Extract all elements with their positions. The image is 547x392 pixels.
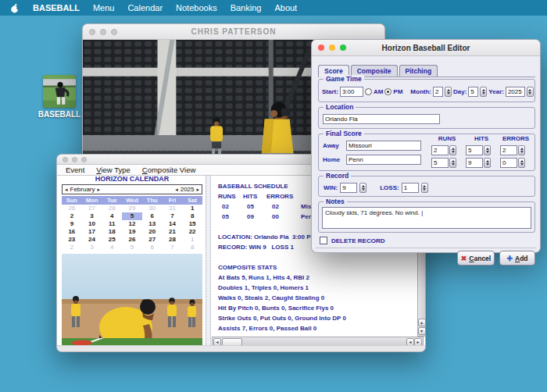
calendar-menu-event[interactable]: Event <box>66 166 84 174</box>
scroll-up-icon[interactable]: ▴ <box>418 319 426 326</box>
cancel-button[interactable]: ✖ Cancel <box>457 251 495 265</box>
scroll-down-icon[interactable]: ▾ <box>418 327 426 335</box>
home-runs-stepper[interactable] <box>449 158 456 168</box>
day-stepper[interactable] <box>480 87 487 97</box>
calendar-day[interactable]: 1 <box>182 205 202 212</box>
calendar-day[interactable]: 3 <box>82 244 102 251</box>
calendar-day[interactable]: 6 <box>142 212 163 220</box>
calendar-day[interactable]: 31 <box>163 205 183 212</box>
home-team-field[interactable]: Penn <box>346 155 421 165</box>
loss-stepper[interactable] <box>421 183 428 193</box>
panel-splitter[interactable] <box>206 176 211 347</box>
calendar-day[interactable]: 7 <box>163 244 183 251</box>
calendar-day[interactable]: 3 <box>82 212 102 220</box>
calendar-day[interactable]: 24 <box>82 236 102 244</box>
home-errors-field[interactable]: 0 <box>500 158 517 168</box>
home-runs-field[interactable]: 5 <box>431 158 449 168</box>
menubar-item-about[interactable]: About <box>274 3 297 12</box>
scroll-left-icon[interactable]: ◂ <box>406 338 414 346</box>
month-stepper[interactable] <box>445 87 452 97</box>
minimize-button[interactable] <box>100 29 106 35</box>
calendar-day[interactable]: 27 <box>142 236 163 244</box>
calendar-day[interactable]: 8 <box>182 212 202 220</box>
calendar-day[interactable]: 16 <box>62 228 82 236</box>
calendar-day[interactable]: 4 <box>102 244 122 251</box>
calendar-day[interactable]: 5 <box>122 244 142 251</box>
delete-record-checkbox[interactable] <box>320 237 327 244</box>
calendar-day[interactable]: 20 <box>142 228 163 236</box>
prev-month-button[interactable]: ◂ <box>65 187 68 193</box>
calendar-day-selected[interactable]: 5 <box>122 212 142 220</box>
calendar-day[interactable]: 15 <box>182 220 202 228</box>
close-button[interactable] <box>63 157 68 162</box>
location-field[interactable]: Orlando Fla <box>323 114 440 124</box>
day-field[interactable]: 5 <box>468 87 478 97</box>
home-hits-field[interactable]: 9 <box>466 158 483 168</box>
calendar-day[interactable]: 2 <box>62 212 82 220</box>
calendar-day[interactable]: 22 <box>182 228 202 236</box>
calendar-day[interactable]: 27 <box>82 205 102 212</box>
away-hits-field[interactable]: 5 <box>466 145 483 155</box>
away-errors-stepper[interactable] <box>518 145 525 155</box>
calendar-day[interactable]: 8 <box>182 244 202 251</box>
calendar-day[interactable]: 6 <box>142 244 163 251</box>
calendar-day[interactable]: 9 <box>62 220 82 228</box>
calendar-menu-composite-view[interactable]: Composite View <box>142 166 195 174</box>
year-stepper[interactable] <box>527 87 534 97</box>
calendar-day[interactable]: 26 <box>122 236 142 244</box>
away-errors-field[interactable]: 2 <box>500 145 517 155</box>
calendar-day[interactable]: 19 <box>122 228 142 236</box>
calendar-day[interactable]: 29 <box>122 205 142 212</box>
month-field[interactable]: 2 <box>433 87 443 97</box>
calendar-day[interactable]: 4 <box>102 212 122 220</box>
menubar-item-banking[interactable]: Banking <box>231 3 262 12</box>
away-runs-stepper[interactable] <box>449 145 456 155</box>
scrollbar-thumb[interactable] <box>222 338 242 346</box>
calendar-day[interactable]: 28 <box>163 236 183 244</box>
next-year-button[interactable]: ▸ <box>196 187 199 193</box>
calendar-day[interactable]: 12 <box>122 220 142 228</box>
notes-field[interactable]: Cloudy skis, 71 degrees. No wind. | <box>322 207 531 229</box>
calendar-day[interactable]: 1 <box>182 236 202 244</box>
calendar-day[interactable]: 25 <box>102 236 122 244</box>
calendar-day[interactable]: 13 <box>142 220 163 228</box>
calendar-menu-view-type[interactable]: View Type <box>96 166 130 174</box>
scroll-left-icon[interactable]: ◂ <box>213 338 221 346</box>
win-field[interactable]: 9 <box>340 183 357 193</box>
photo-window-titlebar[interactable]: CHRIS PATTERSON <box>83 24 384 40</box>
zoom-button[interactable] <box>81 157 87 162</box>
add-button[interactable]: ✚ Add <box>499 251 535 265</box>
minimize-button[interactable] <box>329 45 335 51</box>
zoom-button[interactable] <box>340 45 346 51</box>
calendar-day[interactable]: 30 <box>142 205 163 212</box>
start-time-field[interactable]: 3:00 <box>340 87 363 97</box>
menubar-item-menu[interactable]: Menu <box>93 3 115 12</box>
calendar-day[interactable]: 2 <box>62 244 82 251</box>
calendar-day[interactable]: 28 <box>102 205 122 212</box>
minimize-button[interactable] <box>72 157 77 162</box>
menubar-item-calendar[interactable]: Calendar <box>127 3 163 12</box>
away-team-field[interactable]: Missouri <box>346 141 421 151</box>
win-stepper[interactable] <box>359 183 366 193</box>
home-hits-stepper[interactable] <box>484 158 491 168</box>
calendar-day[interactable]: 21 <box>163 228 183 236</box>
next-month-button[interactable]: ▸ <box>98 187 101 193</box>
desktop-icon-baseball[interactable]: BASEBALL <box>37 75 82 119</box>
calendar-day[interactable]: 7 <box>163 212 183 220</box>
prev-year-button[interactable]: ◂ <box>175 187 178 193</box>
calendar-day[interactable]: 10 <box>82 220 102 228</box>
pm-radio[interactable] <box>384 88 391 95</box>
scroll-right-icon[interactable]: ▸ <box>414 338 422 346</box>
menubar-item-notebooks[interactable]: Notebooks <box>176 3 217 12</box>
calendar-day[interactable]: 11 <box>102 220 122 228</box>
am-radio[interactable] <box>365 88 372 95</box>
apple-menu-icon[interactable] <box>10 3 20 13</box>
calendar-day[interactable]: 14 <box>163 220 183 228</box>
editor-titlebar[interactable]: Horizon Baseball Editor <box>312 40 540 56</box>
home-errors-stepper[interactable] <box>518 158 525 168</box>
away-runs-field[interactable]: 2 <box>431 145 449 155</box>
menubar-item-baseball[interactable]: BASEBALL <box>33 3 80 12</box>
calendar-day[interactable]: 26 <box>62 205 82 212</box>
away-hits-stepper[interactable] <box>484 145 491 155</box>
close-button[interactable] <box>89 29 95 35</box>
